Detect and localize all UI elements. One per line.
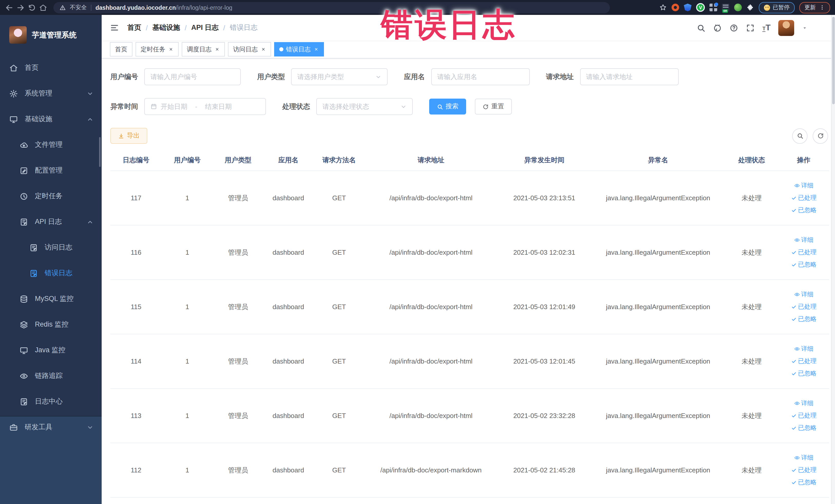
sidebar-item-基础设施[interactable]: 基础设施 bbox=[0, 106, 102, 132]
sidebar-item-首页[interactable]: 首页 bbox=[0, 55, 102, 81]
action-processed-link[interactable]: 已处理 bbox=[791, 411, 816, 420]
reset-button[interactable]: 重置 bbox=[475, 99, 512, 115]
browser-menu-icon[interactable] bbox=[819, 5, 825, 10]
extension-green-v-icon[interactable]: V bbox=[696, 3, 705, 12]
breadcrumb-item[interactable]: 基础设施 bbox=[152, 23, 180, 32]
tab-定时任务[interactable]: 定时任务 bbox=[136, 42, 179, 57]
action-ignored-link[interactable]: 已忽略 bbox=[791, 424, 816, 432]
browser-back-icon[interactable] bbox=[5, 3, 13, 12]
action-detail-link[interactable]: 详细 bbox=[794, 181, 813, 190]
search-button[interactable]: 搜索 bbox=[429, 99, 466, 115]
extension-grid-icon[interactable] bbox=[710, 4, 717, 11]
header-search-icon[interactable] bbox=[697, 23, 705, 32]
action-processed-link[interactable]: 已处理 bbox=[791, 357, 816, 366]
extension-orange-icon[interactable] bbox=[672, 4, 679, 11]
close-icon[interactable] bbox=[260, 46, 266, 52]
action-detail-link[interactable]: 详细 bbox=[794, 236, 813, 244]
exception-name-cell: java.lang.IllegalArgumentException bbox=[591, 225, 725, 280]
close-icon[interactable] bbox=[214, 46, 220, 52]
edit-icon bbox=[20, 166, 28, 175]
action-ignored-link[interactable]: 已忽略 bbox=[791, 478, 816, 487]
sidebar-item-访问日志[interactable]: 访问日志 bbox=[0, 235, 102, 260]
sidebar-item-mysql-监控[interactable]: MySQL 监控 bbox=[0, 286, 102, 312]
sidebar-item-日志中心[interactable]: 日志中心 bbox=[0, 389, 102, 415]
tab-访问日志[interactable]: 访问日志 bbox=[228, 42, 271, 57]
sidebar-item-api-日志[interactable]: API 日志 bbox=[0, 209, 102, 235]
date-range-picker[interactable]: 开始日期 - 结束日期 bbox=[144, 98, 266, 115]
action-processed-link[interactable]: 已处理 bbox=[791, 194, 816, 202]
log-id-cell: 112 bbox=[110, 443, 162, 497]
action-detail-link[interactable]: 详细 bbox=[794, 290, 813, 299]
fullscreen-icon[interactable] bbox=[746, 23, 755, 32]
action-processed-link[interactable]: 已处理 bbox=[791, 248, 816, 257]
action-ignored-link[interactable]: 已忽略 bbox=[791, 315, 816, 323]
breadcrumb-item: 错误日志 bbox=[230, 23, 258, 32]
sidebar-item-研发工具[interactable]: 研发工具 bbox=[0, 415, 102, 440]
paused-badge[interactable]: 已暂停 bbox=[759, 2, 795, 13]
action-ignored-link[interactable]: 已忽略 bbox=[791, 260, 816, 269]
sidebar-item-配置管理[interactable]: 配置管理 bbox=[0, 158, 102, 183]
gear-icon bbox=[9, 89, 18, 98]
github-icon[interactable] bbox=[713, 23, 722, 32]
user-id-input[interactable]: 请输入用户编号 bbox=[144, 68, 241, 85]
cloud-upload-icon bbox=[20, 140, 28, 149]
refresh-table-button[interactable] bbox=[813, 128, 828, 143]
request-url-input[interactable]: 请输入请求地址 bbox=[580, 68, 678, 85]
url-host: dashboard.yudao.iocoder.cn bbox=[96, 4, 176, 11]
extension-leaf-icon[interactable] bbox=[734, 4, 742, 11]
security-label[interactable]: 不安全 bbox=[70, 4, 87, 11]
avatar-caret-icon[interactable] bbox=[802, 25, 808, 31]
font-size-icon[interactable]: TT bbox=[762, 24, 771, 32]
tab-错误日志[interactable]: 错误日志 bbox=[274, 42, 324, 57]
app-name-cell: dashboard bbox=[263, 388, 313, 443]
action-detail-link[interactable]: 详细 bbox=[794, 345, 813, 353]
sidebar-scrollbar[interactable] bbox=[99, 137, 101, 167]
sidebar-item-redis-监控[interactable]: Redis 监控 bbox=[0, 312, 102, 337]
app-name-input[interactable]: 请输入应用名 bbox=[431, 68, 530, 85]
sidebar-item-java-监控[interactable]: Java 监控 bbox=[0, 337, 102, 363]
action-processed-link[interactable]: 已处理 bbox=[791, 466, 816, 475]
sidebar-item-错误日志[interactable]: 错误日志 bbox=[0, 260, 102, 286]
exception-name-cell: java.lang.IllegalArgumentException bbox=[591, 443, 725, 497]
breadcrumb-item[interactable]: 首页 bbox=[127, 23, 141, 32]
extensions-puzzle-icon[interactable] bbox=[747, 4, 754, 11]
update-button[interactable]: 更新 bbox=[799, 2, 830, 13]
app-frame: 芋道管理系统 首页系统管理基础设施文件管理配置管理定时任务API 日志访问日志错… bbox=[0, 15, 835, 504]
export-button[interactable]: 导出 bbox=[110, 128, 147, 144]
app-name-cell: dashboard bbox=[263, 225, 313, 280]
close-icon[interactable] bbox=[168, 46, 174, 52]
browser-home-icon[interactable] bbox=[39, 3, 47, 12]
action-detail-link[interactable]: 详细 bbox=[794, 453, 813, 462]
action-processed-link[interactable]: 已处理 bbox=[791, 302, 816, 311]
sidebar-item-链路追踪[interactable]: 链路追踪 bbox=[0, 363, 102, 389]
filter-label: 请求地址 bbox=[546, 72, 574, 81]
address-bar[interactable]: 不安全 dashboard.yudao.iocoder.cn/infra/log… bbox=[54, 2, 610, 13]
action-detail-link[interactable]: 详细 bbox=[794, 399, 813, 408]
breadcrumb-item[interactable]: API 日志 bbox=[191, 23, 219, 32]
sidebar-item-文件管理[interactable]: 文件管理 bbox=[0, 132, 102, 158]
sidebar-item-label: MySQL 监控 bbox=[35, 294, 74, 303]
help-icon[interactable] bbox=[730, 23, 738, 32]
process-status-select[interactable]: 请选择处理状态 bbox=[316, 98, 413, 115]
tab-调度日志[interactable]: 调度日志 bbox=[182, 42, 225, 57]
page-url[interactable]: dashboard.yudao.iocoder.cn/infra/log/api… bbox=[96, 4, 232, 11]
toggle-search-button[interactable] bbox=[792, 128, 808, 143]
extension-switch-icon[interactable]: on bbox=[722, 4, 730, 11]
browser-reload-icon[interactable] bbox=[28, 3, 36, 12]
browser-forward-icon[interactable] bbox=[16, 3, 25, 12]
sidebar-item-定时任务[interactable]: 定时任务 bbox=[0, 183, 102, 209]
extension-shield-icon[interactable] bbox=[684, 4, 692, 11]
user-type-select[interactable]: 请选择用户类型 bbox=[291, 68, 388, 85]
tab-首页[interactable]: 首页 bbox=[110, 42, 133, 57]
sidebar-toggle-icon[interactable] bbox=[110, 23, 119, 32]
column-header: 异常名 bbox=[591, 150, 725, 171]
sidebar-logo[interactable]: 芋道管理系统 bbox=[0, 15, 102, 55]
avatar[interactable] bbox=[778, 20, 794, 36]
action-ignored-link[interactable]: 已忽略 bbox=[791, 206, 816, 215]
close-icon[interactable] bbox=[313, 46, 319, 52]
page-scrollbar[interactable] bbox=[831, 15, 835, 504]
bookmark-star-icon[interactable] bbox=[659, 4, 667, 11]
action-ignored-link[interactable]: 已忽略 bbox=[791, 369, 816, 378]
scrollbar-thumb[interactable] bbox=[832, 17, 835, 104]
sidebar-item-系统管理[interactable]: 系统管理 bbox=[0, 81, 102, 106]
